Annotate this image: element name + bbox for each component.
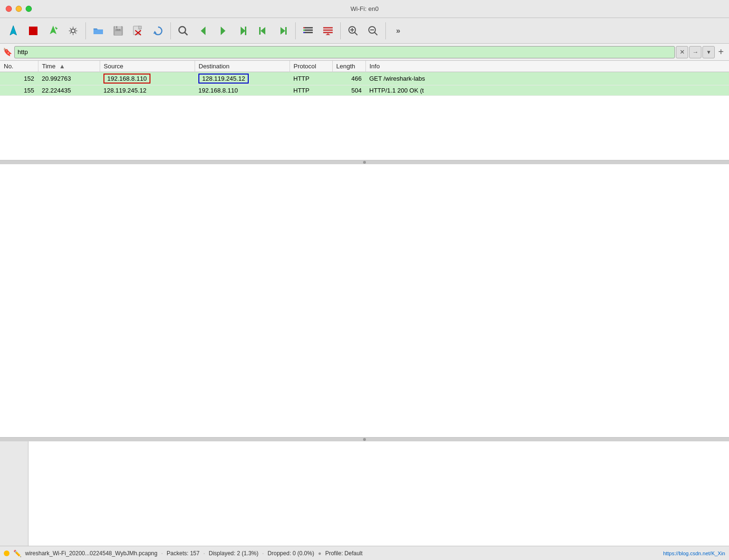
svg-rect-29 [303,27,305,28]
status-dropped: Dropped: 0 (0.0%) [268,550,314,557]
cell-no: 152 [0,72,38,85]
svg-point-4 [71,29,75,33]
col-header-no[interactable]: No. [0,61,38,72]
go-forward-button[interactable] [214,21,233,40]
more-button[interactable]: » [389,21,408,40]
go-to-packet-button[interactable] [234,21,252,40]
toolbar-separator-2 [170,22,171,39]
first-packet-icon [257,25,269,37]
svg-marker-0 [10,26,17,35]
reload-file-button[interactable] [149,21,168,40]
packet-bytes-pane [0,441,729,546]
title-bar: Wi-Fi: en0 [0,0,729,18]
filter-dropdown-button[interactable]: ▾ [702,46,715,58]
close-file-icon [132,25,144,37]
cell-no: 155 [0,85,38,96]
zoom-in-button[interactable] [344,21,363,40]
zoom-out-button[interactable] [364,21,383,40]
svg-line-41 [374,32,377,35]
filter-bookmark-icon[interactable]: 🔖 [2,47,13,58]
filter-actions: ✕ → ▾ [676,46,715,58]
bytes-offset-panel [0,441,28,546]
toolbar-separator-3 [295,22,296,39]
table-row[interactable]: 152 20.992763 192.168.8.110 128.119.245.… [0,72,729,85]
zoom-in-icon [347,25,359,37]
svg-rect-34 [323,32,333,33]
forward-arrow-icon [217,25,229,37]
capture-options-button[interactable] [64,21,83,40]
panel-divider-2[interactable] [0,438,729,441]
col-header-time[interactable]: Time ▲ [38,61,100,72]
table-row[interactable]: 155 22.224435 128.119.245.12 192.168.8.1… [0,85,729,96]
cell-length: 466 [332,72,365,85]
window-controls [6,6,32,12]
svg-marker-20 [241,27,245,35]
maximize-button[interactable] [26,6,32,12]
goto-packet-icon [237,25,249,37]
status-url[interactable]: https://blog.csdn.net/K_Xin [663,551,725,556]
wireshark-logo-button[interactable] [4,21,23,40]
status-bar: ✏️ wireshark_Wi-Fi_20200...0224548_WybJM… [0,546,729,560]
save-file-button[interactable]: 0110 [109,21,128,40]
svg-marker-2 [50,26,56,34]
go-last-button[interactable] [273,21,292,40]
svg-marker-19 [221,27,225,35]
gear-icon [67,25,79,37]
back-arrow-icon [197,25,209,37]
filter-add-button[interactable]: + [715,46,727,58]
wireshark-logo-icon [7,25,19,37]
col-header-info[interactable]: Info [365,61,729,72]
toolbar: 0110 [0,18,729,44]
col-header-destination[interactable]: Destination [195,61,290,72]
packet-list[interactable]: No. Time ▲ Source Destination Protocol [0,61,729,160]
last-packet-icon [277,25,289,37]
svg-point-16 [179,27,186,33]
svg-rect-12 [139,26,141,29]
ready-indicator [4,551,9,556]
svg-line-17 [185,32,187,35]
filter-clear-button[interactable]: ✕ [676,46,688,58]
svg-rect-23 [259,27,261,35]
cell-destination: 128.119.245.12 [195,72,290,85]
source-ip-highlighted: 192.168.8.110 [103,74,150,84]
filter-input[interactable] [18,48,672,56]
divider-dot-1 [363,161,366,164]
go-back-button[interactable] [194,21,213,40]
close-file-button[interactable] [129,21,148,40]
svg-rect-32 [323,27,333,28]
edit-icon: ✏️ [13,550,21,557]
packet-table: No. Time ▲ Source Destination Protocol [0,61,729,96]
restart-capture-button[interactable] [44,21,63,40]
close-button[interactable] [6,6,12,12]
stop-capture-button[interactable] [24,21,43,40]
col-header-length[interactable]: Length [332,61,365,72]
go-first-button[interactable] [253,21,272,40]
col-header-protocol[interactable]: Protocol [290,61,332,72]
cell-time: 22.224435 [38,85,100,96]
autoscroll-icon [322,25,334,37]
auto-scroll-button[interactable] [318,21,337,40]
divider-dot-2 [363,438,366,441]
svg-line-37 [355,32,357,35]
svg-marker-22 [261,27,265,35]
save-icon: 0110 [112,25,124,37]
window-title: Wi-Fi: en0 [350,5,378,12]
svg-marker-15 [153,31,157,34]
col-header-source[interactable]: Source [100,61,195,72]
colorize-button[interactable] [299,21,318,40]
cell-protocol: HTTP [290,85,332,96]
open-file-button[interactable] [89,21,108,40]
filter-apply-button[interactable]: → [689,46,701,58]
svg-marker-35 [326,33,330,35]
packet-detail-pane[interactable] [0,164,729,438]
minimize-button[interactable] [16,6,22,12]
panel-divider-1[interactable] [0,160,729,164]
svg-rect-21 [245,27,246,35]
find-packet-button[interactable] [174,21,193,40]
toolbar-separator-1 [85,22,86,39]
svg-rect-25 [285,27,287,35]
time-sort-arrow: ▲ [59,63,65,70]
status-sep-2: · [203,550,205,557]
colorize-icon [302,25,314,37]
dest-ip-highlighted: 128.119.245.12 [198,74,249,84]
